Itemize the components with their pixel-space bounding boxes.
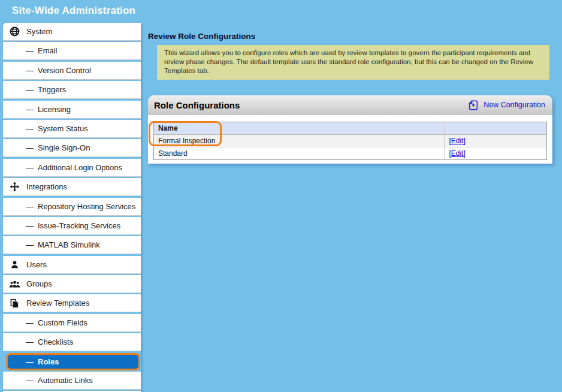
- sidebar-item-label: MATLAB Simulink: [38, 240, 100, 249]
- info-banner: This wizard allows you to configure role…: [157, 45, 549, 80]
- sidebar-item-matlab-simulink[interactable]: — MATLAB Simulink: [3, 236, 141, 254]
- sidebar-item-label: Groups: [26, 279, 52, 288]
- sidebar-item-checklists[interactable]: — Checklists: [3, 333, 141, 351]
- add-document-icon: [469, 100, 478, 110]
- role-name-cell: Standard: [154, 147, 445, 159]
- sidebar-item-label: Integrations: [26, 182, 67, 191]
- column-header-name: Name: [154, 122, 445, 134]
- sidebar-item-label: Version Control: [38, 66, 91, 75]
- sidebar-item-label: System: [26, 27, 52, 36]
- panel-body: Name Formal Inspection [Edit] Standard […: [148, 115, 552, 164]
- sidebar-item-integrations[interactable]: Integrations: [3, 178, 141, 196]
- column-header-actions: [445, 122, 547, 134]
- users-icon: [8, 279, 20, 289]
- sidebar-item-label: Email: [38, 46, 58, 55]
- move-arrows-icon: [8, 182, 20, 192]
- sidebar-item-system-status[interactable]: — System Status: [3, 120, 141, 138]
- sidebar-item-label: Checklists: [38, 337, 73, 346]
- panel-header: Role Configurations New Configuration: [148, 95, 552, 115]
- panel-title: Role Configurations: [154, 100, 469, 110]
- sidebar-item-label: Additional Login Options: [38, 163, 122, 172]
- sidebar-item-repository-hosting-services[interactable]: — Repository Hosting Services: [3, 198, 141, 216]
- sidebar-item-roles[interactable]: — Roles: [6, 353, 140, 370]
- main-content: Review Role Configurations This wizard a…: [148, 22, 552, 164]
- sidebar-item-label: Roles: [38, 357, 59, 366]
- info-banner-text: This wizard allows you to configure role…: [164, 49, 533, 74]
- role-name-cell: Formal Inspection: [154, 134, 445, 147]
- sidebar-item-licensing[interactable]: — Licensing: [3, 101, 141, 119]
- sidebar-item-version-control[interactable]: — Version Control: [3, 62, 141, 80]
- table-header-row: Name: [154, 122, 547, 134]
- sidebar-item-label: Single Sign-On: [38, 143, 90, 152]
- sidebar-item-label: Review Templates: [26, 298, 89, 307]
- new-configuration-label: New Configuration: [484, 101, 545, 109]
- sidebar: System — Email — Version Control — Trigg…: [3, 23, 141, 392]
- edit-link[interactable]: [Edit]: [449, 149, 465, 158]
- section-heading: Review Role Configurations: [148, 32, 552, 41]
- sidebar-item-label: Issue-Tracking Services: [38, 221, 120, 230]
- sidebar-item-system[interactable]: System: [3, 23, 141, 41]
- sidebar-item-issue-tracking-services[interactable]: — Issue-Tracking Services: [3, 217, 141, 235]
- sidebar-item-additional-login-options[interactable]: — Additional Login Options: [3, 159, 141, 177]
- sidebar-item-label: Triggers: [38, 85, 66, 94]
- sidebar-item-label: Repository Hosting Services: [38, 202, 135, 211]
- sidebar-item-label: Custom Fields: [38, 318, 87, 327]
- sidebar-item-custom-fields[interactable]: — Custom Fields: [3, 314, 141, 332]
- table-row: Standard [Edit]: [154, 147, 547, 159]
- sidebar-item-triggers[interactable]: — Triggers: [3, 81, 141, 99]
- sidebar-item-single-sign-on[interactable]: — Single Sign-On: [3, 139, 141, 157]
- page-title: Site-Wide Administration: [12, 5, 135, 17]
- sidebar-item-email[interactable]: — Email: [3, 42, 141, 60]
- sidebar-item-label: Users: [26, 260, 47, 269]
- table-row: Formal Inspection [Edit]: [154, 134, 547, 147]
- sidebar-item-label: Licensing: [38, 105, 71, 114]
- sidebar-item-automatic-links[interactable]: — Automatic Links: [3, 372, 141, 390]
- edit-link[interactable]: [Edit]: [449, 137, 465, 145]
- site-admin-page: Site-Wide Administration System — Email …: [0, 0, 562, 392]
- documents-icon: [8, 298, 20, 308]
- sidebar-item-review-templates[interactable]: Review Templates: [3, 294, 141, 312]
- user-icon: [8, 260, 20, 270]
- sidebar-item-groups[interactable]: Groups: [3, 275, 141, 293]
- role-configurations-table: Name Formal Inspection [Edit] Standard […: [153, 122, 547, 160]
- globe-icon: [8, 26, 20, 37]
- new-configuration-link[interactable]: New Configuration: [469, 100, 546, 110]
- sidebar-item-label: Automatic Links: [38, 376, 93, 385]
- title-bar: Site-Wide Administration: [0, 0, 562, 22]
- role-configurations-panel: Role Configurations New Configuration Na…: [148, 95, 552, 164]
- sidebar-item-label: System Status: [38, 124, 88, 133]
- sidebar-item-users[interactable]: Users: [3, 256, 141, 274]
